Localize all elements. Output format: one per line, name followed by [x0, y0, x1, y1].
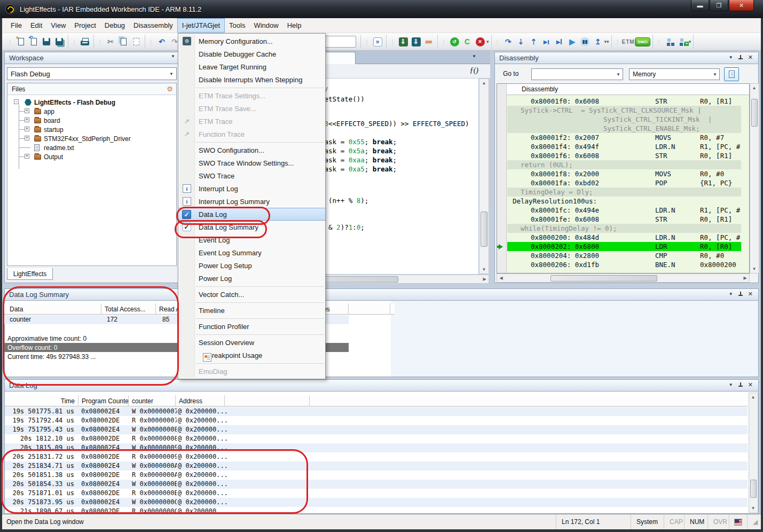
- save-icon[interactable]: [40, 35, 53, 48]
- datalog-row[interactable]: 19s 751792.44 us0x080002DER 0x00000007@ …: [5, 416, 748, 425]
- expander-icon[interactable]: +: [25, 108, 29, 113]
- disassembly-line[interactable]: 0x80001fa: 0xbd02POP{R1, PC}: [507, 178, 741, 187]
- scrollbar-thumb[interactable]: [750, 480, 757, 498]
- step-over-icon[interactable]: ↷: [502, 35, 515, 48]
- step-out-icon[interactable]: ⇡: [528, 35, 540, 48]
- expander-icon[interactable]: -: [14, 99, 19, 104]
- workspace-tab-lighteffects[interactable]: LightEffects: [7, 268, 53, 280]
- disassembly-panel-header[interactable]: Disassembly ▼ ✕: [494, 52, 759, 64]
- disassembly-line[interactable]: SysTick_CTRL_TICKINT_Msk |: [507, 115, 741, 124]
- scroll-right-icon[interactable]: ▶: [481, 275, 489, 283]
- scrollbar-thumb[interactable]: [481, 212, 487, 247]
- disassembly-line[interactable]: while(TimingDelay != 0);: [507, 224, 741, 233]
- overflow-chevron-icon-2[interactable]: ▾: [607, 39, 609, 44]
- menu-item-leave-target-running[interactable]: Leave Target Running: [178, 60, 325, 73]
- function-select-icon[interactable]: ƒ(): [470, 66, 478, 75]
- menu-item-swo-trace[interactable]: SWO Trace: [178, 169, 325, 182]
- data-log-panel-header[interactable]: Data Log ▼ ✕: [4, 379, 759, 392]
- disassembly-line[interactable]: 0x80001f6: 0x6008STRR0, [R1]: [507, 151, 741, 160]
- step-into-icon[interactable]: ⇣: [515, 35, 528, 48]
- datalog-row[interactable]: 20s 251831.72 us0x080002DER 0x00000009@ …: [5, 452, 748, 461]
- menu-help[interactable]: Help: [283, 18, 306, 33]
- tree-item-output[interactable]: +Output: [7, 152, 176, 161]
- stack-add-icon[interactable]: [676, 35, 689, 48]
- menu-i-jet-jtagjet[interactable]: I-jet/JTAGjet: [177, 18, 225, 33]
- menu-item-event-log-summary[interactable]: Event Log Summary: [178, 246, 325, 259]
- menu-tools[interactable]: Tools: [225, 18, 249, 33]
- menu-item-disable-interrupts-when-stepping[interactable]: Disable Interrupts When Stepping: [178, 73, 325, 86]
- scroll-up-icon[interactable]: ▲: [749, 393, 757, 401]
- disassembly-line[interactable]: 0x8000200: 0x484dLDR.NR0, [PC, #: [507, 233, 741, 242]
- copy-icon[interactable]: [117, 35, 130, 48]
- close-button[interactable]: ✕: [729, 0, 754, 11]
- scroll-down-icon[interactable]: ▼: [750, 265, 758, 273]
- datalog-row[interactable]: 20s 751871.01 us0x080002DER 0x0000000B@ …: [5, 489, 748, 498]
- menu-item-etm-trace-save[interactable]: ETM Trace Save...: [178, 102, 325, 115]
- code-coverage-button[interactable]: [724, 67, 739, 81]
- menu-view[interactable]: View: [46, 18, 70, 33]
- download-and-debug-icon[interactable]: ⇩: [397, 35, 410, 48]
- scroll-down-icon[interactable]: ▼: [480, 265, 488, 273]
- swo-button[interactable]: SWO: [635, 37, 650, 46]
- new-file-icon[interactable]: +: [14, 35, 27, 48]
- toggle-source-icon[interactable]: »: [371, 35, 384, 48]
- files-column-header[interactable]: Files ⚙: [7, 83, 176, 95]
- expander-icon[interactable]: +: [25, 154, 29, 159]
- menu-item-etm-trace[interactable]: ↗ETM Trace: [178, 115, 325, 128]
- workspace-panel-header[interactable]: Workspace ▼: [4, 52, 180, 64]
- open-file-icon[interactable]: ↶: [27, 35, 40, 48]
- disassembly-line[interactable]: 0x80001f2: 0x2007MOVSR0, #7: [507, 133, 741, 142]
- menu-item-power-log[interactable]: Power Log: [178, 272, 325, 285]
- menu-item-emudiag[interactable]: EmuDiag: [178, 365, 325, 378]
- pin-icon[interactable]: [738, 54, 743, 60]
- column-header-total-access[interactable]: Total Access...: [101, 303, 156, 315]
- menu-item-swo-configuration[interactable]: SWO Configuration...: [178, 144, 325, 157]
- view-mode-dropdown[interactable]: Memory ▼: [629, 68, 720, 80]
- panel-menu-icon[interactable]: ▼: [729, 292, 733, 296]
- menu-item-breakpoint-usage[interactable]: Breakpoint Usage: [178, 349, 325, 362]
- datalog-row[interactable]: 20s 251834.71 us0x080002E4W 0x0000000A@ …: [5, 461, 748, 471]
- minimize-button[interactable]: ▬: [691, 0, 709, 11]
- workspace-menu-icon[interactable]: ▼: [171, 54, 175, 59]
- expander-icon[interactable]: +: [25, 118, 29, 122]
- break-icon[interactable]: ▮▮: [579, 35, 592, 48]
- scrollbar-thumb[interactable]: [751, 99, 758, 127]
- print-icon[interactable]: [78, 35, 91, 48]
- reset-target-icon[interactable]: ↥: [592, 35, 604, 48]
- column-header-program-counter[interactable]: Program Counter: [78, 395, 129, 406]
- tree-item-stm32f4xx-stdperiph-driver[interactable]: +STM32F4xx_StdPeriph_Driver: [7, 134, 176, 143]
- column-header-data[interactable]: Data: [6, 303, 101, 315]
- scrollbar-thumb[interactable]: [550, 275, 657, 281]
- disassembly-line[interactable]: 0x80001fc: 0x494eLDR.NR1, [PC, #: [507, 206, 741, 215]
- menu-item-function-profiler[interactable]: Function Profiler: [178, 320, 325, 333]
- menu-project[interactable]: Project: [70, 18, 100, 33]
- data-log-vertical-scrollbar[interactable]: ▲ ▼: [749, 393, 758, 513]
- save-all-icon[interactable]: [53, 35, 66, 48]
- datalog-row[interactable]: 20s 501854.33 us0x080002E4W 0x0000000B@ …: [5, 480, 748, 489]
- menu-edit[interactable]: Edit: [26, 18, 46, 33]
- menu-disassembly[interactable]: Disassembly: [129, 18, 177, 33]
- datalog-row[interactable]: 20s 1815.09 us0x080002E4W 0x00000009@ 0x…: [5, 443, 748, 452]
- disassembly-line[interactable]: return (0UL);: [507, 160, 741, 169]
- scroll-left-icon[interactable]: ◀: [497, 274, 505, 282]
- menu-item-timeline[interactable]: Timeline: [178, 304, 325, 317]
- datalog-row[interactable]: 19s 751795.43 us0x080002E4W 0x00000008@ …: [5, 425, 748, 434]
- disassembly-line[interactable]: 0x80001f0: 0x6008STRR0, [R1]: [507, 97, 741, 106]
- disassembly-line[interactable]: 0x8000206: 0xd1fbBNE.N0x8000200: [507, 260, 741, 269]
- stack-view-icon[interactable]: [663, 35, 676, 48]
- menu-item-interrupt-log-summary[interactable]: iInterrupt Log Summary: [178, 195, 325, 208]
- datalog-row[interactable]: 21s 1890.67 us0x080002DER 0x0000000C@ 0x…: [5, 507, 748, 514]
- disassembly-line[interactable]: DelayResolution100us:: [507, 197, 741, 206]
- goto-input[interactable]: ▼: [531, 68, 623, 80]
- close-icon[interactable]: ✕: [748, 291, 753, 298]
- column-header-blank[interactable]: [349, 303, 390, 315]
- datalog-row[interactable]: 20s 751873.95 us0x080002E4W 0x0000000C@ …: [5, 498, 748, 507]
- stop-icon[interactable]: ✕: [474, 35, 486, 48]
- tree-item-board[interactable]: +board: [7, 116, 176, 125]
- scroll-up-icon[interactable]: ▲: [480, 79, 488, 87]
- run-to-cursor-icon[interactable]: ▸I: [553, 35, 566, 48]
- tree-item-startup[interactable]: +startup: [7, 125, 176, 134]
- configuration-dropdown[interactable]: Flash Debug ▼: [7, 67, 177, 80]
- pin-icon[interactable]: [738, 291, 743, 297]
- column-header-address[interactable]: Address: [176, 395, 225, 406]
